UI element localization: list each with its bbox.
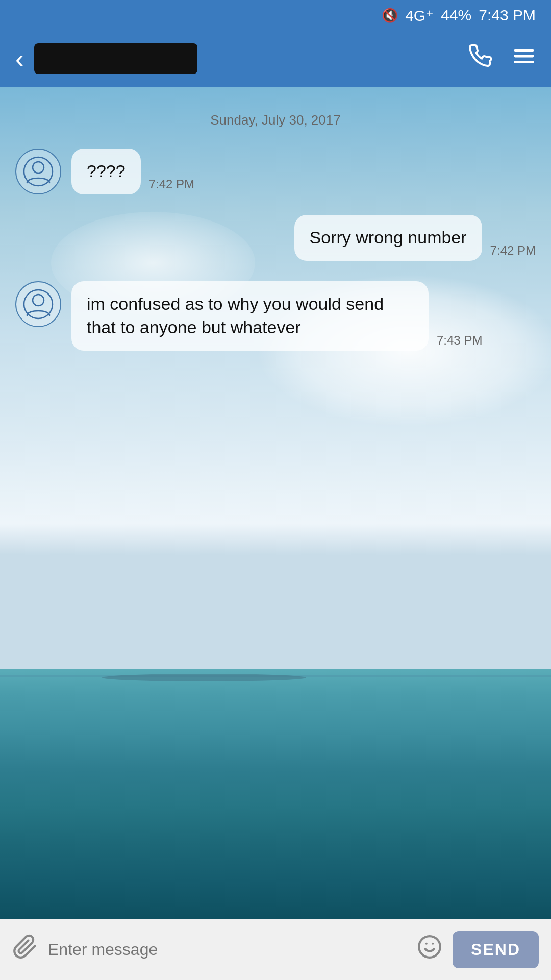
messages-container: Sunday, July 30, 2017 ???? 7:42 PM xyxy=(0,87,551,919)
menu-icon[interactable] xyxy=(512,44,536,74)
nav-actions xyxy=(468,44,536,74)
bubble-1: ???? xyxy=(71,149,141,194)
message-row-received-3: im confused as to why you would send tha… xyxy=(15,281,536,351)
message-row-received-1: ???? 7:42 PM xyxy=(15,149,536,194)
avatar-1 xyxy=(15,149,61,194)
bubble-with-time-1: ???? 7:42 PM xyxy=(71,149,194,194)
message-text-3: im confused as to why you would send tha… xyxy=(87,294,384,337)
nav-bar: ‹ xyxy=(0,31,551,87)
message-time-3: 7:43 PM xyxy=(437,333,482,348)
attach-icon[interactable] xyxy=(12,934,38,966)
date-text: Sunday, July 30, 2017 xyxy=(210,112,340,128)
battery-text: 44% xyxy=(441,7,471,24)
message-input[interactable] xyxy=(48,930,407,969)
bubble-3: im confused as to why you would send tha… xyxy=(71,281,429,351)
date-line-left xyxy=(15,120,200,120)
back-button[interactable]: ‹ xyxy=(15,44,24,74)
contact-name-redacted xyxy=(34,43,197,74)
send-button[interactable]: SEND xyxy=(453,931,539,968)
call-icon[interactable] xyxy=(468,44,492,74)
bubble-group-2: 7:42 PM Sorry wrong number xyxy=(294,215,536,261)
svg-point-3 xyxy=(33,162,44,173)
bubble-with-time-3: im confused as to why you would send tha… xyxy=(71,281,482,351)
message-time-2: 7:42 PM xyxy=(490,243,536,258)
date-divider: Sunday, July 30, 2017 xyxy=(15,112,536,128)
signal-text: 4G⁺ xyxy=(405,7,434,24)
bubble-group-3: im confused as to why you would send tha… xyxy=(71,281,482,351)
date-line-right xyxy=(351,120,536,120)
input-bar: SEND xyxy=(0,919,551,980)
bubble-with-time-2: 7:42 PM Sorry wrong number xyxy=(294,215,536,261)
bubble-group-1: ???? 7:42 PM xyxy=(71,149,194,194)
emoji-icon[interactable] xyxy=(417,934,442,966)
message-text-2: Sorry wrong number xyxy=(310,228,467,247)
chat-area: Sunday, July 30, 2017 ???? 7:42 PM xyxy=(0,87,551,919)
status-icons: 🔇 4G⁺ 44% 7:43 PM xyxy=(382,7,536,24)
avatar-3 xyxy=(15,281,61,327)
mute-icon: 🔇 xyxy=(382,8,398,23)
bubble-2: Sorry wrong number xyxy=(294,215,482,261)
message-text-1: ???? xyxy=(87,161,126,181)
clock: 7:43 PM xyxy=(479,7,536,24)
message-time-1: 7:42 PM xyxy=(149,177,194,191)
svg-point-5 xyxy=(33,295,44,306)
svg-point-7 xyxy=(419,936,440,958)
message-row-sent-2: 7:42 PM Sorry wrong number xyxy=(15,215,536,261)
status-bar: 🔇 4G⁺ 44% 7:43 PM xyxy=(0,0,551,31)
